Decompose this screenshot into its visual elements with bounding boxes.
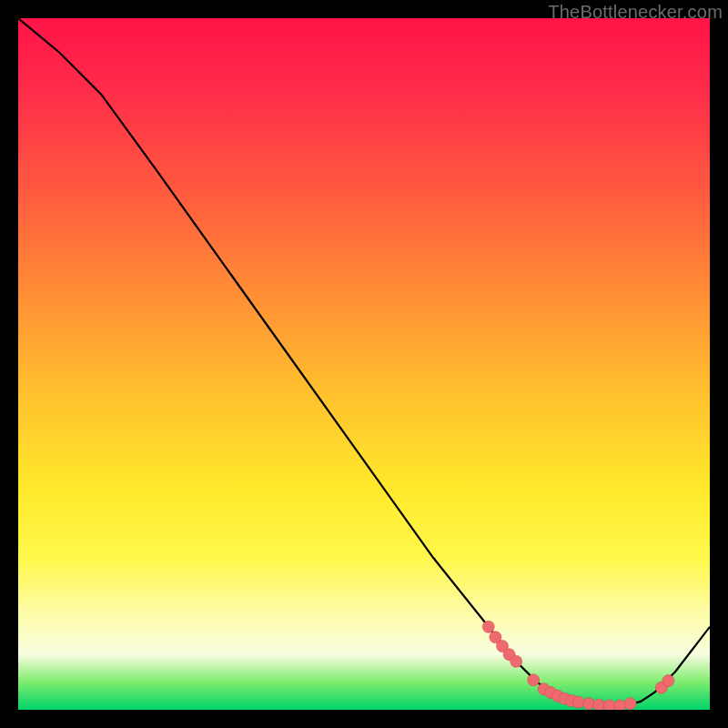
plot-area: [18, 18, 710, 710]
data-marker: [511, 655, 522, 667]
bottleneck-curve: [18, 18, 710, 705]
data-marker: [614, 700, 626, 710]
chart-frame: TheBottlenecker.com: [0, 0, 728, 728]
watermark-text: TheBottlenecker.com: [548, 2, 723, 23]
chart-svg: [18, 18, 710, 710]
data-marker: [528, 674, 540, 686]
data-marker: [603, 700, 615, 710]
data-marker: [583, 698, 595, 710]
data-marker: [593, 699, 605, 710]
data-markers: [482, 621, 674, 710]
data-marker: [662, 675, 674, 687]
data-marker: [572, 696, 584, 708]
data-marker: [482, 621, 494, 632]
data-marker: [624, 698, 636, 710]
